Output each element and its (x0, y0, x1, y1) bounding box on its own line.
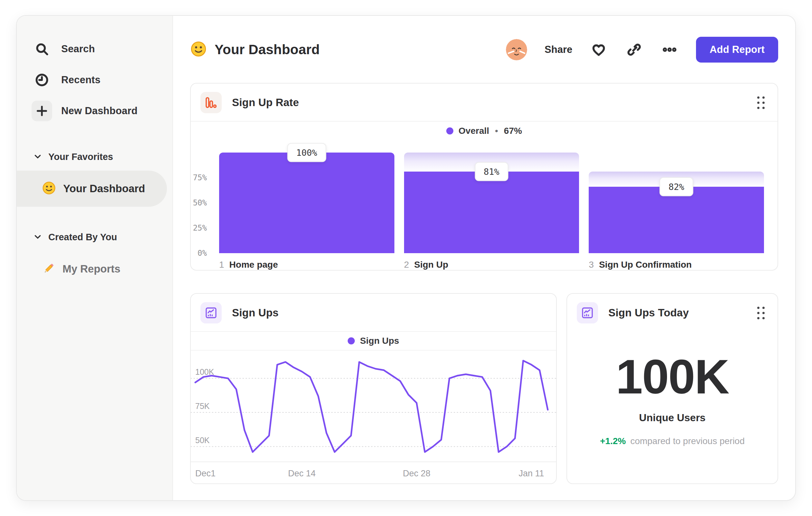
add-report-button[interactable]: Add Report (696, 37, 778, 62)
created-by-you-section-toggle[interactable]: Created By You (17, 232, 172, 243)
funnel-bar-sign-up-confirmation[interactable]: 82% (589, 153, 764, 253)
legend-value: 67% (504, 126, 522, 136)
funnel-chart: 75%50%25%0% 100% 81% 82% (191, 140, 778, 253)
sidebar: Search Recents New Dashboard Your Favori… (17, 16, 173, 500)
signup-rate-card: Sign Up Rate Overall • 67% 75%50%25%0% 1… (190, 83, 778, 271)
user-avatar[interactable] (506, 39, 527, 60)
line-chart-icon (577, 302, 598, 323)
pencil-emoji-icon (42, 262, 55, 276)
sidebar-item-recents[interactable]: Recents (17, 64, 172, 96)
chevron-down-icon (33, 233, 42, 242)
line-chart-icon (200, 302, 222, 323)
legend-dot (348, 337, 355, 345)
sidebar-item-label: New Dashboard (61, 105, 138, 117)
funnel-value-badge: 100% (287, 143, 326, 162)
main-content: Your Dashboard Share Add Report (173, 16, 795, 500)
chevron-down-icon (33, 152, 42, 162)
sign-ups-today-card: Sign Ups Today 100K Unique Users +1.2% c… (567, 293, 778, 484)
step-number: 1 (219, 260, 224, 270)
sign-ups-card: Sign Ups Sign Ups 100K75K50K Dec1Dec 14D… (190, 293, 557, 484)
card-title: Sign Ups Today (608, 307, 689, 319)
line-x-axis: Dec1Dec 14Dec 28Jan 11 (191, 462, 556, 483)
sidebar-item-label: Your Dashboard (63, 183, 145, 195)
drag-handle[interactable] (757, 307, 765, 319)
funnel-chart-icon (200, 92, 222, 113)
funnel-value-badge: 81% (475, 162, 509, 181)
plus-icon (32, 101, 52, 121)
search-icon (32, 39, 52, 59)
section-title: Created By You (48, 232, 117, 243)
sidebar-item-search[interactable]: Search (17, 33, 172, 64)
step-number: 3 (589, 260, 594, 270)
metric-delta: +1.2% (600, 436, 626, 446)
legend-label: Overall (459, 126, 489, 136)
funnel-step-labels: 1Home page 2Sign Up 3Sign Up Confirmatio… (191, 253, 778, 270)
step-label: Sign Up (414, 260, 448, 270)
line-legend[interactable]: Sign Ups (191, 332, 556, 350)
sidebar-section-favorites: Your Favorites Your Dashboard (17, 152, 172, 207)
metric-comparison: compared to previous period (630, 436, 745, 446)
sidebar-item-label: My Reports (62, 263, 120, 275)
legend-dot (446, 127, 453, 134)
share-button[interactable]: Share (545, 44, 572, 55)
card-title: Sign Up Rate (232, 97, 299, 109)
funnel-bar-sign-up[interactable]: 81% (404, 153, 579, 253)
drag-handle[interactable] (757, 97, 765, 109)
legend-label: Sign Ups (360, 336, 399, 346)
sidebar-item-my-reports[interactable]: My Reports (17, 251, 167, 287)
metric-body: 100K Unique Users +1.2% compared to prev… (567, 331, 778, 483)
sidebar-item-new-dashboard[interactable]: New Dashboard (17, 96, 172, 127)
metric-label: Unique Users (639, 412, 705, 424)
card-title: Sign Ups (232, 307, 279, 319)
funnel-bar-home-page[interactable]: 100% (219, 153, 395, 253)
step-number: 2 (404, 260, 409, 270)
sidebar-item-your-dashboard[interactable]: Your Dashboard (17, 171, 167, 207)
metric-value: 100K (616, 352, 729, 401)
funnel-legend[interactable]: Overall • 67% (191, 121, 778, 140)
sidebar-section-created-by-you: Created By You My Reports (17, 232, 172, 287)
sidebar-item-label: Recents (61, 74, 100, 86)
sign-ups-line-chart[interactable]: 100K75K50K (191, 351, 556, 461)
clock-icon (32, 70, 52, 90)
sidebar-item-label: Search (61, 43, 95, 55)
smiley-emoji-icon (42, 181, 56, 196)
app-window: Search Recents New Dashboard Your Favori… (16, 15, 796, 501)
page-header: Your Dashboard Share Add Report (190, 31, 778, 69)
page-title: Your Dashboard (214, 42, 320, 57)
smiley-emoji-icon (190, 40, 207, 59)
funnel-y-axis: 75%50%25%0% (187, 153, 214, 253)
favorite-heart-button[interactable] (590, 40, 608, 59)
favorites-section-toggle[interactable]: Your Favorites (17, 152, 172, 162)
section-title: Your Favorites (48, 152, 113, 162)
more-options-button[interactable] (661, 40, 678, 59)
copy-link-button[interactable] (625, 40, 643, 59)
funnel-value-badge: 82% (660, 178, 693, 196)
step-label: Sign Up Confirmation (599, 260, 692, 270)
step-label: Home page (229, 260, 278, 270)
legend-separator: • (495, 126, 498, 136)
